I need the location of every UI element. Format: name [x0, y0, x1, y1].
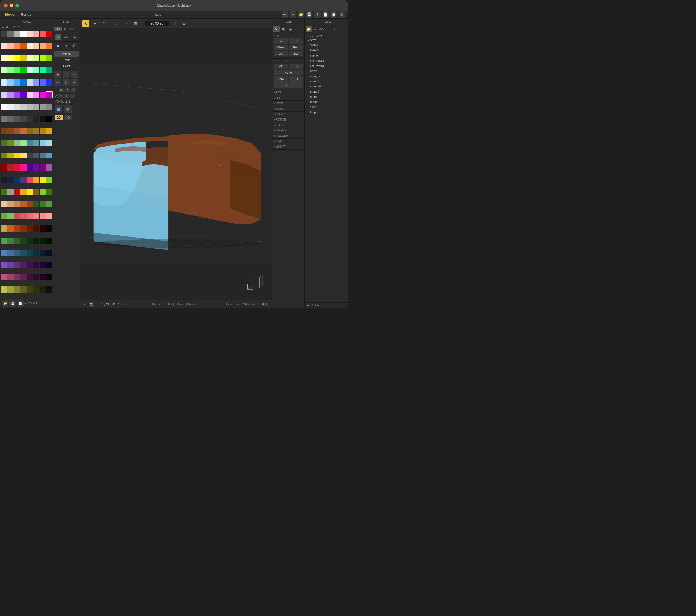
- color-cell-0[interactable]: [1, 31, 7, 37]
- color-cell-113[interactable]: [7, 201, 14, 207]
- palette-num-0[interactable]: 0: [6, 26, 8, 29]
- project-item-monu1[interactable]: monu1: [306, 79, 347, 84]
- color-cell-23[interactable]: [46, 55, 52, 61]
- color-cell-50[interactable]: [14, 104, 20, 110]
- save-button[interactable]: 💾: [306, 11, 313, 18]
- vp-cursor-icon[interactable]: ↖: [82, 20, 90, 27]
- hex-icon[interactable]: ⬡: [266, 302, 269, 306]
- color-cell-125[interactable]: [33, 213, 39, 220]
- brush-updown-icon[interactable]: ↕: [63, 43, 69, 49]
- project-tab-code[interactable]: </>: [319, 26, 325, 32]
- tool-fill-btn[interactable]: Fill: [289, 38, 303, 44]
- brush-pencil-icon[interactable]: ✏: [62, 26, 68, 32]
- color-cell-37[interactable]: [33, 79, 39, 86]
- color-cell-142[interactable]: [39, 238, 46, 244]
- camera-icon[interactable]: 📷: [89, 302, 94, 307]
- color-cell-130[interactable]: [14, 225, 20, 232]
- dim-3d-btn[interactable]: 3D: [64, 115, 72, 120]
- color-cell-83[interactable]: [20, 152, 27, 159]
- color-cell-77[interactable]: [33, 140, 39, 147]
- color-cell-93[interactable]: [33, 164, 39, 171]
- vp-move-icon[interactable]: ✛: [92, 20, 99, 27]
- color-cell-46[interactable]: [39, 92, 46, 98]
- select-paste-btn[interactable]: Paste: [274, 82, 303, 88]
- edit-tab-grid[interactable]: ⊞: [281, 26, 286, 32]
- color-cell-87[interactable]: [46, 152, 52, 159]
- color-cell-29[interactable]: [33, 67, 39, 74]
- brush-star-icon[interactable]: ★: [72, 34, 78, 40]
- color-cell-44[interactable]: [27, 92, 33, 98]
- copy-button[interactable]: 📋: [330, 11, 337, 18]
- color-cell-72[interactable]: [1, 140, 7, 147]
- color-cell-145[interactable]: [7, 250, 14, 256]
- view-pers[interactable]: Pers: [226, 303, 233, 306]
- color-cell-157[interactable]: [33, 262, 39, 268]
- color-cell-85[interactable]: [33, 152, 39, 159]
- color-cell-7[interactable]: [46, 31, 52, 37]
- color-cell-35[interactable]: [20, 79, 27, 86]
- color-cell-144[interactable]: [1, 250, 7, 256]
- model-menu[interactable]: Model: [3, 12, 18, 17]
- edit-tab-diamond[interactable]: ◈: [287, 26, 293, 32]
- axis-y-2[interactable]: Y: [64, 94, 69, 98]
- color-cell-11[interactable]: [20, 43, 27, 49]
- color-cell-175[interactable]: [46, 286, 52, 293]
- color-cell-140[interactable]: [27, 238, 33, 244]
- color-cell-107[interactable]: [20, 189, 27, 195]
- color-cell-82[interactable]: [14, 152, 20, 159]
- color-cell-90[interactable]: [14, 164, 20, 171]
- vp-size-input[interactable]: [145, 21, 169, 26]
- color-cell-105[interactable]: [7, 189, 14, 195]
- project-item-shelf[interactable]: shelf: [306, 104, 347, 110]
- color-cell-6[interactable]: [39, 31, 46, 37]
- shear-section[interactable]: ▶ SHEAR: [272, 112, 304, 117]
- view-free[interactable]: Free: [234, 303, 241, 306]
- color-cell-40[interactable]: [1, 92, 7, 98]
- color-cell-135[interactable]: [46, 225, 52, 232]
- color-cell-80[interactable]: [1, 152, 7, 159]
- color-cell-131[interactable]: [20, 225, 27, 232]
- color-cell-10[interactable]: [14, 43, 20, 49]
- brush-erase[interactable]: Erase: [54, 57, 79, 63]
- rotate-section[interactable]: ▶ ROTATE: [272, 117, 304, 123]
- color-cell-58[interactable]: [14, 116, 20, 122]
- brush-select-tool[interactable]: ⬚: [63, 71, 70, 78]
- color-cell-103[interactable]: [46, 177, 52, 183]
- color-cell-173[interactable]: [33, 286, 39, 293]
- color-cell-22[interactable]: [39, 55, 46, 61]
- maximize-button[interactable]: [15, 4, 19, 7]
- color-cell-53[interactable]: [33, 104, 39, 110]
- minimize-button[interactable]: [10, 4, 13, 7]
- redo-button[interactable]: ↪: [290, 11, 296, 18]
- color-cell-88[interactable]: [1, 164, 7, 171]
- color-cell-84[interactable]: [27, 152, 33, 159]
- color-cell-96[interactable]: [1, 177, 7, 183]
- color-cell-110[interactable]: [39, 189, 46, 195]
- brush-all-btn[interactable]: All: [54, 27, 62, 31]
- color-cell-162[interactable]: [14, 274, 20, 280]
- color-cell-68[interactable]: [27, 128, 33, 134]
- brush-delete-tool[interactable]: 🗑: [63, 79, 70, 86]
- color-cell-49[interactable]: [7, 104, 14, 110]
- color-cell-127[interactable]: [46, 213, 52, 220]
- color-cell-95[interactable]: [46, 164, 52, 171]
- color-cell-108[interactable]: [27, 189, 33, 195]
- color-cell-27[interactable]: [20, 67, 27, 74]
- axis-x-1[interactable]: X: [59, 88, 64, 92]
- color-cell-170[interactable]: [14, 286, 20, 293]
- flip-section[interactable]: ▶ FLIP: [272, 95, 304, 101]
- color-cell-36[interactable]: [27, 79, 33, 86]
- color-cell-70[interactable]: [39, 128, 46, 134]
- dim-2d-btn[interactable]: 2D: [55, 115, 63, 120]
- color-cell-106[interactable]: [14, 189, 20, 195]
- tool-clear-btn[interactable]: Clear: [274, 45, 288, 50]
- color-cell-155[interactable]: [20, 262, 27, 268]
- brush-square-icon[interactable]: ■: [55, 43, 61, 49]
- color-cell-114[interactable]: [14, 201, 20, 207]
- project-tab-folder[interactable]: 📁: [306, 26, 312, 32]
- edit-tab-all[interactable]: All: [273, 26, 280, 32]
- color-cell-26[interactable]: [14, 67, 20, 74]
- color-cell-171[interactable]: [20, 286, 27, 293]
- palette-folder-icon[interactable]: 📁: [2, 300, 9, 307]
- project-item-3x3x3[interactable]: 3x3x3: [306, 43, 347, 48]
